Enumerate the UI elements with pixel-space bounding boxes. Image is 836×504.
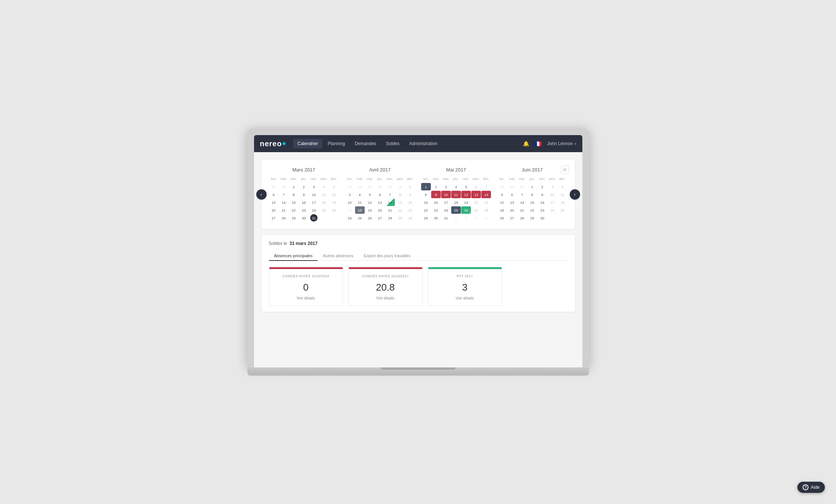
nav-administration[interactable]: Administration bbox=[405, 139, 442, 148]
cal-cell-green[interactable]: 26s bbox=[461, 206, 471, 214]
cal-cell-leave[interactable]: 11 bbox=[451, 191, 461, 198]
cal-cell[interactable]: 4 bbox=[355, 191, 365, 198]
calendar-prev-button[interactable]: ‹ bbox=[256, 189, 267, 200]
nav-planning[interactable]: Planning bbox=[323, 139, 349, 148]
cal-cell[interactable]: 28 bbox=[517, 214, 527, 222]
cal-cell[interactable]: 5 bbox=[461, 183, 471, 190]
cal-cell[interactable]: 24 bbox=[441, 206, 451, 214]
user-menu[interactable]: John Lennon ▾ bbox=[547, 141, 576, 146]
cal-cell[interactable]: 1 bbox=[527, 183, 537, 190]
cal-cell[interactable]: 23 bbox=[299, 206, 309, 214]
cal-cell[interactable]: 28 bbox=[279, 214, 289, 222]
cal-cell[interactable]: 13 bbox=[269, 199, 279, 206]
help-button[interactable]: ? Aide bbox=[797, 482, 825, 493]
cal-cell[interactable]: 16 bbox=[299, 199, 309, 206]
cal-cell[interactable]: 3 bbox=[441, 183, 451, 190]
cal-cell[interactable]: 27 bbox=[269, 214, 279, 222]
cal-cell[interactable]: 5 bbox=[365, 191, 375, 198]
cal-cell[interactable]: 2 bbox=[537, 183, 547, 190]
cal-cell[interactable]: 6 bbox=[507, 191, 517, 198]
cal-cell[interactable]: 23 bbox=[431, 206, 441, 214]
cal-cell[interactable]: 13 bbox=[375, 199, 385, 206]
cal-cell[interactable]: 13 bbox=[507, 199, 517, 206]
nav-calendrier[interactable]: Calendrier bbox=[293, 139, 322, 148]
cal-cell[interactable]: 5 bbox=[497, 191, 507, 198]
cal-cell[interactable]: 21 bbox=[517, 206, 527, 214]
cal-cell[interactable]: 7 bbox=[517, 191, 527, 198]
cal-cell[interactable]: 16 bbox=[537, 199, 547, 206]
cal-cell[interactable]: 20 bbox=[269, 206, 279, 214]
cal-cell[interactable]: 27 bbox=[375, 214, 385, 222]
cal-cell[interactable]: 23 bbox=[537, 206, 547, 214]
cal-cell[interactable]: 26 bbox=[497, 214, 507, 222]
cal-cell[interactable]: 30 bbox=[299, 214, 309, 222]
cal-cell[interactable]: 2 bbox=[299, 183, 309, 190]
cal-cell[interactable]: 8 bbox=[527, 191, 537, 198]
cal-cell-absent[interactable]: 1 bbox=[421, 183, 431, 190]
cal-cell[interactable]: 8 bbox=[289, 191, 299, 198]
cal-cell[interactable]: 12 bbox=[497, 199, 507, 206]
cal-cell[interactable]: 27 bbox=[507, 214, 517, 222]
cal-cell[interactable]: 29 bbox=[289, 214, 299, 222]
cal-cell[interactable]: 18 bbox=[451, 199, 461, 206]
cal-cell[interactable]: 2 bbox=[431, 183, 441, 190]
cal-cell[interactable]: 31 bbox=[441, 214, 451, 222]
cal-cell-half-day[interactable]: 14 bbox=[385, 199, 395, 206]
nav-demandes[interactable]: Demandes bbox=[350, 139, 381, 148]
cal-cell[interactable]: 3 bbox=[345, 191, 355, 198]
cal-cell[interactable]: 6 bbox=[269, 191, 279, 198]
cal-cell-absent[interactable]: 25 bbox=[451, 206, 461, 214]
calendar-filter-icon[interactable]: ⊟ bbox=[561, 166, 569, 174]
cal-cell[interactable]: 19 bbox=[365, 206, 375, 214]
cal-cell-absent[interactable]: 18 bbox=[355, 206, 365, 214]
cal-cell[interactable]: 30 bbox=[431, 214, 441, 222]
cal-cell[interactable]: 14 bbox=[517, 199, 527, 206]
calendar-next-button[interactable]: › bbox=[570, 189, 580, 200]
cal-cell[interactable]: 11 bbox=[355, 199, 365, 206]
cal-cell-leave[interactable]: 10 bbox=[441, 191, 451, 198]
cal-cell[interactable]: 7 bbox=[279, 191, 289, 198]
cal-cell[interactable]: 15 bbox=[527, 199, 537, 206]
cal-cell[interactable]: 17 bbox=[441, 199, 451, 206]
cal-cell[interactable]: 19 bbox=[497, 206, 507, 214]
cal-cell[interactable]: 20 bbox=[507, 206, 517, 214]
bell-icon[interactable]: 🔔 bbox=[523, 141, 529, 147]
cal-cell[interactable]: 17 bbox=[309, 199, 319, 206]
cal-cell[interactable]: 7 bbox=[385, 191, 395, 198]
cal-cell[interactable]: 1 bbox=[289, 183, 299, 190]
cal-cell[interactable]: 3 bbox=[309, 183, 319, 190]
cal-cell[interactable]: 21 bbox=[279, 206, 289, 214]
card-link-cp1[interactable]: Voir détails bbox=[275, 296, 337, 300]
cal-cell[interactable]: 22 bbox=[289, 206, 299, 214]
cal-cell[interactable]: 29 bbox=[527, 214, 537, 222]
cal-cell[interactable]: 22 bbox=[421, 206, 431, 214]
cal-cell[interactable]: 20 bbox=[375, 206, 385, 214]
cal-cell[interactable]: 26 bbox=[365, 214, 375, 222]
cal-cell[interactable]: 24 bbox=[345, 214, 355, 222]
cal-cell[interactable]: 25 bbox=[355, 214, 365, 222]
cal-cell[interactable]: 19 bbox=[461, 199, 471, 206]
cal-cell[interactable]: 29 bbox=[421, 214, 431, 222]
card-link-rtt[interactable]: Voir détails bbox=[434, 296, 496, 300]
cal-cell[interactable]: 8 bbox=[421, 191, 431, 198]
cal-cell[interactable]: 28 bbox=[385, 214, 395, 222]
flag-icon[interactable]: 🇫🇷 bbox=[534, 140, 542, 147]
cal-cell[interactable]: 14 bbox=[279, 199, 289, 206]
cal-cell[interactable]: 22 bbox=[527, 206, 537, 214]
cal-cell-leave[interactable]: 9 bbox=[431, 191, 441, 198]
card-link-cp2[interactable]: Voir détails bbox=[355, 296, 416, 300]
cal-cell[interactable]: 10 bbox=[309, 191, 319, 198]
cal-cell[interactable]: 16 bbox=[431, 199, 441, 206]
tab-autres-absences[interactable]: Autres absences bbox=[318, 251, 358, 261]
cal-cell[interactable]: 9 bbox=[537, 191, 547, 198]
cal-cell-leave[interactable]: 12 bbox=[461, 191, 471, 198]
nav-soldes[interactable]: Soldes bbox=[381, 139, 404, 148]
cal-cell[interactable]: 10 bbox=[345, 199, 355, 206]
cal-cell[interactable]: 21 bbox=[385, 206, 395, 214]
tab-export-jours[interactable]: Export des jours travaillés bbox=[358, 251, 416, 261]
tab-absences-principales[interactable]: Absences principales bbox=[269, 251, 318, 261]
cal-cell[interactable]: 6 bbox=[375, 191, 385, 198]
cal-cell[interactable]: 4 bbox=[451, 183, 461, 190]
cal-cell[interactable]: 15 bbox=[421, 199, 431, 206]
cal-cell[interactable]: 15 bbox=[289, 199, 299, 206]
